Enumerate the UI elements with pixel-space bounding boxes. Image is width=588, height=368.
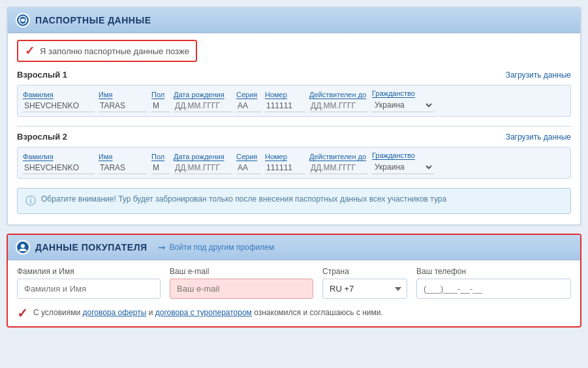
fill-later-box[interactable]: ✓ Я заполню паспортные данные позже: [17, 40, 197, 62]
adult2-gender-col: Пол: [151, 153, 170, 174]
adult1-dob-input[interactable]: [174, 100, 232, 112]
adult2-dob-input[interactable]: [174, 162, 232, 174]
adult1-series-label: Серия: [236, 91, 261, 99]
agree-row: ✓ С условиями договора оферты и договора…: [17, 307, 571, 320]
adult1-dob-col: Дата рождения: [174, 91, 232, 112]
adult2-series-label: Серия: [236, 153, 261, 161]
agree-text: С условиями договора оферты и договора с…: [33, 307, 383, 318]
agree-link1[interactable]: договора оферты: [83, 308, 147, 317]
buyer-body: Фамилия и Имя Ваш e-mail Страна RU +7 UA…: [8, 260, 580, 326]
adult2-valid-input[interactable]: [309, 162, 368, 174]
adult2-number-col: Номер: [265, 153, 305, 174]
adult2-upload-link[interactable]: Загрузить данные: [506, 132, 571, 142]
buyer-section: ДАННЫЕ ПОКУПАТЕЛЯ ➞ Войти под другим про…: [7, 234, 581, 328]
adult2-gender-label: Пол: [151, 153, 170, 161]
buyer-fullname-label: Фамилия и Имя: [17, 267, 161, 276]
adult2-series-col: Серия: [236, 153, 261, 174]
buyer-title: ДАННЫЕ ПОКУПАТЕЛЯ: [35, 242, 147, 253]
adult2-dob-col: Дата рождения: [174, 153, 232, 174]
agree-after-text: ознакомился и соглашаюсь с ними.: [252, 308, 383, 317]
adult1-name-input[interactable]: [99, 100, 147, 112]
adult2-number-label: Номер: [265, 153, 305, 161]
adult1-valid-input[interactable]: [309, 100, 368, 112]
buyer-phone-label: Ваш телефон: [416, 267, 571, 276]
buyer-fullname-col: Фамилия и Имя: [17, 267, 161, 299]
buyer-phone-col: Ваш телефон: [416, 267, 571, 299]
buyer-form-row: Фамилия и Имя Ваш e-mail Страна RU +7 UA…: [17, 267, 571, 299]
adult1-lastname-label: Фамилия: [23, 91, 95, 99]
adult1-gender-label: Пол: [151, 91, 170, 99]
login-arrow-icon: ➞: [158, 242, 166, 253]
fill-later-check-icon: ✓: [25, 45, 35, 57]
adult2-form-row: Фамилия Имя Пол Дата рождения Серия: [17, 147, 571, 179]
adult2-number-input[interactable]: [265, 162, 305, 174]
passport-body: ✓ Я заполню паспортные данные позже Взро…: [8, 33, 580, 224]
notice-text: Обратите внимание! Тур будет забронирова…: [41, 194, 446, 205]
buyer-email-input[interactable]: [170, 279, 313, 299]
adult1-lastname-col: Фамилия: [23, 91, 95, 112]
adult1-citizenship-label: Гражданство: [372, 89, 434, 97]
adult1-name-col: Имя: [99, 91, 147, 112]
agree-before-text: С условиями: [33, 308, 83, 317]
adult2-name-input[interactable]: [99, 162, 147, 174]
agree-check-icon: ✓: [17, 307, 28, 320]
passport-header: ПАСПОРТНЫЕ ДАННЫЕ: [8, 8, 580, 33]
adult2-header: Взрослый 2 Загрузить данные: [17, 132, 571, 142]
adult2-lastname-input[interactable]: [23, 162, 95, 174]
adult1-number-input[interactable]: [265, 100, 305, 112]
passport-icon: [16, 13, 30, 27]
adult2-citizenship-col: Гражданство Украина Россия Беларусь Друг…: [372, 151, 434, 174]
adult2-citizenship-select[interactable]: Украина Россия Беларусь Другое: [372, 161, 434, 174]
adult1-series-col: Серия: [236, 91, 261, 112]
adult2-valid-label: Действителен до: [309, 153, 368, 161]
adult1-dob-label: Дата рождения: [174, 91, 232, 99]
buyer-email-col: Ваш e-mail: [170, 267, 313, 299]
adult1-lastname-input[interactable]: [23, 100, 95, 112]
passport-title: ПАСПОРТНЫЕ ДАННЫЕ: [35, 15, 151, 25]
info-icon: ⓘ: [25, 194, 36, 208]
adult1-number-col: Номер: [265, 91, 305, 112]
buyer-icon: [16, 240, 30, 254]
adult1-gender-col: Пол: [151, 91, 170, 112]
adult1-form-row: Фамилия Имя Пол Дата рождения Серия: [17, 85, 571, 117]
adult1-valid-label: Действителен до: [309, 91, 368, 99]
adult2-title: Взрослый 2: [17, 132, 67, 142]
adult1-name-label: Имя: [99, 91, 147, 99]
buyer-country-label: Страна: [322, 267, 407, 276]
agree-link2[interactable]: договора с туроператором: [155, 308, 252, 317]
buyer-country-col: Страна RU +7 UA +380 BY +375 KZ +7: [322, 267, 407, 299]
adult2-valid-col: Действителен до: [309, 153, 368, 174]
adult2-section: Взрослый 2 Загрузить данные Фамилия Имя …: [17, 132, 571, 179]
adult1-valid-col: Действителен до: [309, 91, 368, 112]
adult1-title: Взрослый 1: [17, 70, 67, 80]
adult2-dob-label: Дата рождения: [174, 153, 232, 161]
adult1-number-label: Номер: [265, 91, 305, 99]
adult1-section: Взрослый 1 Загрузить данные Фамилия Имя …: [17, 70, 571, 117]
agree-mid-text: и: [146, 308, 155, 317]
buyer-fullname-input[interactable]: [17, 279, 161, 299]
fill-later-text: Я заполню паспортные данные позже: [40, 46, 189, 56]
adult1-citizenship-select[interactable]: Украина Россия Беларусь Другое: [372, 99, 434, 112]
buyer-header: ДАННЫЕ ПОКУПАТЕЛЯ ➞ Войти под другим про…: [8, 235, 580, 260]
adult2-gender-input[interactable]: [151, 162, 170, 174]
passport-notice: ⓘ Обратите внимание! Тур будет заброниро…: [17, 188, 571, 214]
buyer-login-area: ➞ Войти под другим профилем: [158, 242, 275, 253]
adult2-lastname-col: Фамилия: [23, 153, 95, 174]
adult1-header: Взрослый 1 Загрузить данные: [17, 70, 571, 80]
buyer-country-select[interactable]: RU +7 UA +380 BY +375 KZ +7: [322, 279, 407, 299]
adult2-lastname-label: Фамилия: [23, 153, 95, 161]
adult1-series-input[interactable]: [236, 100, 261, 112]
adults-divider: [17, 126, 571, 127]
svg-point-2: [21, 244, 25, 248]
adult2-series-input[interactable]: [236, 162, 261, 174]
buyer-email-label: Ваш e-mail: [170, 267, 313, 276]
buyer-phone-input[interactable]: [416, 279, 571, 299]
adult1-citizenship-col: Гражданство Украина Россия Беларусь Друг…: [372, 89, 434, 112]
adult2-citizenship-label: Гражданство: [372, 151, 434, 159]
adult1-upload-link[interactable]: Загрузить данные: [506, 70, 571, 80]
adult1-gender-input[interactable]: [151, 100, 170, 112]
adult2-name-label: Имя: [99, 153, 147, 161]
passport-section: ПАСПОРТНЫЕ ДАННЫЕ ✓ Я заполню паспортные…: [7, 7, 581, 226]
buyer-login-link[interactable]: Войти под другим профилем: [170, 243, 275, 252]
adult2-name-col: Имя: [99, 153, 147, 174]
